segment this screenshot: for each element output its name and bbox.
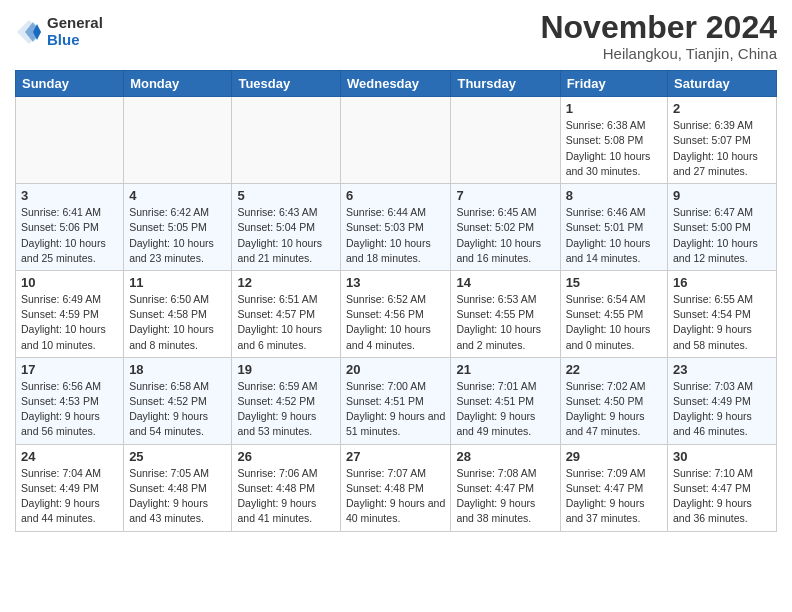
day-number: 10 — [21, 275, 118, 290]
day-number: 26 — [237, 449, 335, 464]
calendar-cell: 13Sunrise: 6:52 AM Sunset: 4:56 PM Dayli… — [341, 270, 451, 357]
day-info: Sunrise: 6:52 AM Sunset: 4:56 PM Dayligh… — [346, 292, 445, 353]
calendar-week-1: 1Sunrise: 6:38 AM Sunset: 5:08 PM Daylig… — [16, 97, 777, 184]
day-info: Sunrise: 6:41 AM Sunset: 5:06 PM Dayligh… — [21, 205, 118, 266]
day-number: 24 — [21, 449, 118, 464]
calendar-cell: 2Sunrise: 6:39 AM Sunset: 5:07 PM Daylig… — [668, 97, 777, 184]
day-number: 29 — [566, 449, 662, 464]
day-number: 11 — [129, 275, 226, 290]
day-number: 7 — [456, 188, 554, 203]
col-header-tuesday: Tuesday — [232, 71, 341, 97]
calendar-cell: 5Sunrise: 6:43 AM Sunset: 5:04 PM Daylig… — [232, 184, 341, 271]
day-number: 23 — [673, 362, 771, 377]
day-info: Sunrise: 6:45 AM Sunset: 5:02 PM Dayligh… — [456, 205, 554, 266]
calendar-cell: 20Sunrise: 7:00 AM Sunset: 4:51 PM Dayli… — [341, 357, 451, 444]
day-info: Sunrise: 7:02 AM Sunset: 4:50 PM Dayligh… — [566, 379, 662, 440]
day-info: Sunrise: 7:10 AM Sunset: 4:47 PM Dayligh… — [673, 466, 771, 527]
day-info: Sunrise: 7:07 AM Sunset: 4:48 PM Dayligh… — [346, 466, 445, 527]
day-number: 8 — [566, 188, 662, 203]
calendar-table: SundayMondayTuesdayWednesdayThursdayFrid… — [15, 70, 777, 531]
calendar-cell: 14Sunrise: 6:53 AM Sunset: 4:55 PM Dayli… — [451, 270, 560, 357]
logo: General Blue — [15, 15, 103, 48]
day-info: Sunrise: 6:39 AM Sunset: 5:07 PM Dayligh… — [673, 118, 771, 179]
day-info: Sunrise: 7:08 AM Sunset: 4:47 PM Dayligh… — [456, 466, 554, 527]
calendar-cell: 16Sunrise: 6:55 AM Sunset: 4:54 PM Dayli… — [668, 270, 777, 357]
day-info: Sunrise: 6:49 AM Sunset: 4:59 PM Dayligh… — [21, 292, 118, 353]
location: Heilangkou, Tianjin, China — [540, 45, 777, 62]
day-number: 2 — [673, 101, 771, 116]
calendar-cell: 30Sunrise: 7:10 AM Sunset: 4:47 PM Dayli… — [668, 444, 777, 531]
day-info: Sunrise: 6:50 AM Sunset: 4:58 PM Dayligh… — [129, 292, 226, 353]
col-header-saturday: Saturday — [668, 71, 777, 97]
logo-general-text: General — [47, 15, 103, 32]
title-block: November 2024 Heilangkou, Tianjin, China — [540, 10, 777, 62]
day-info: Sunrise: 6:47 AM Sunset: 5:00 PM Dayligh… — [673, 205, 771, 266]
day-number: 18 — [129, 362, 226, 377]
calendar-cell: 11Sunrise: 6:50 AM Sunset: 4:58 PM Dayli… — [124, 270, 232, 357]
day-info: Sunrise: 7:06 AM Sunset: 4:48 PM Dayligh… — [237, 466, 335, 527]
col-header-wednesday: Wednesday — [341, 71, 451, 97]
day-info: Sunrise: 6:53 AM Sunset: 4:55 PM Dayligh… — [456, 292, 554, 353]
day-number: 17 — [21, 362, 118, 377]
calendar-cell: 27Sunrise: 7:07 AM Sunset: 4:48 PM Dayli… — [341, 444, 451, 531]
day-number: 28 — [456, 449, 554, 464]
calendar-cell: 3Sunrise: 6:41 AM Sunset: 5:06 PM Daylig… — [16, 184, 124, 271]
logo-icon — [15, 18, 43, 46]
month-title: November 2024 — [540, 10, 777, 45]
day-info: Sunrise: 7:04 AM Sunset: 4:49 PM Dayligh… — [21, 466, 118, 527]
calendar-cell: 21Sunrise: 7:01 AM Sunset: 4:51 PM Dayli… — [451, 357, 560, 444]
calendar-cell: 15Sunrise: 6:54 AM Sunset: 4:55 PM Dayli… — [560, 270, 667, 357]
day-info: Sunrise: 7:09 AM Sunset: 4:47 PM Dayligh… — [566, 466, 662, 527]
calendar-cell: 8Sunrise: 6:46 AM Sunset: 5:01 PM Daylig… — [560, 184, 667, 271]
calendar-cell: 17Sunrise: 6:56 AM Sunset: 4:53 PM Dayli… — [16, 357, 124, 444]
calendar-cell: 9Sunrise: 6:47 AM Sunset: 5:00 PM Daylig… — [668, 184, 777, 271]
day-number: 27 — [346, 449, 445, 464]
calendar-cell — [341, 97, 451, 184]
day-number: 15 — [566, 275, 662, 290]
calendar-cell: 10Sunrise: 6:49 AM Sunset: 4:59 PM Dayli… — [16, 270, 124, 357]
calendar-week-3: 10Sunrise: 6:49 AM Sunset: 4:59 PM Dayli… — [16, 270, 777, 357]
day-number: 5 — [237, 188, 335, 203]
day-number: 19 — [237, 362, 335, 377]
day-number: 9 — [673, 188, 771, 203]
calendar-cell — [124, 97, 232, 184]
calendar-cell: 18Sunrise: 6:58 AM Sunset: 4:52 PM Dayli… — [124, 357, 232, 444]
day-info: Sunrise: 7:01 AM Sunset: 4:51 PM Dayligh… — [456, 379, 554, 440]
col-header-sunday: Sunday — [16, 71, 124, 97]
calendar-cell: 1Sunrise: 6:38 AM Sunset: 5:08 PM Daylig… — [560, 97, 667, 184]
calendar-cell: 25Sunrise: 7:05 AM Sunset: 4:48 PM Dayli… — [124, 444, 232, 531]
col-header-monday: Monday — [124, 71, 232, 97]
col-header-thursday: Thursday — [451, 71, 560, 97]
calendar-cell: 6Sunrise: 6:44 AM Sunset: 5:03 PM Daylig… — [341, 184, 451, 271]
day-info: Sunrise: 7:05 AM Sunset: 4:48 PM Dayligh… — [129, 466, 226, 527]
day-info: Sunrise: 6:55 AM Sunset: 4:54 PM Dayligh… — [673, 292, 771, 353]
day-info: Sunrise: 7:03 AM Sunset: 4:49 PM Dayligh… — [673, 379, 771, 440]
day-number: 1 — [566, 101, 662, 116]
day-number: 3 — [21, 188, 118, 203]
day-number: 14 — [456, 275, 554, 290]
calendar-cell: 4Sunrise: 6:42 AM Sunset: 5:05 PM Daylig… — [124, 184, 232, 271]
calendar-cell: 28Sunrise: 7:08 AM Sunset: 4:47 PM Dayli… — [451, 444, 560, 531]
day-info: Sunrise: 6:59 AM Sunset: 4:52 PM Dayligh… — [237, 379, 335, 440]
day-info: Sunrise: 6:38 AM Sunset: 5:08 PM Dayligh… — [566, 118, 662, 179]
day-info: Sunrise: 6:42 AM Sunset: 5:05 PM Dayligh… — [129, 205, 226, 266]
calendar-week-4: 17Sunrise: 6:56 AM Sunset: 4:53 PM Dayli… — [16, 357, 777, 444]
day-info: Sunrise: 7:00 AM Sunset: 4:51 PM Dayligh… — [346, 379, 445, 440]
calendar-cell: 7Sunrise: 6:45 AM Sunset: 5:02 PM Daylig… — [451, 184, 560, 271]
calendar-cell: 29Sunrise: 7:09 AM Sunset: 4:47 PM Dayli… — [560, 444, 667, 531]
calendar-week-5: 24Sunrise: 7:04 AM Sunset: 4:49 PM Dayli… — [16, 444, 777, 531]
col-header-friday: Friday — [560, 71, 667, 97]
calendar-cell — [16, 97, 124, 184]
day-number: 21 — [456, 362, 554, 377]
logo-blue-text: Blue — [47, 32, 103, 49]
day-number: 16 — [673, 275, 771, 290]
header: General Blue November 2024 Heilangkou, T… — [15, 10, 777, 62]
calendar-cell — [451, 97, 560, 184]
logo-text: General Blue — [47, 15, 103, 48]
calendar-cell: 26Sunrise: 7:06 AM Sunset: 4:48 PM Dayli… — [232, 444, 341, 531]
day-number: 22 — [566, 362, 662, 377]
day-info: Sunrise: 6:43 AM Sunset: 5:04 PM Dayligh… — [237, 205, 335, 266]
calendar-cell: 23Sunrise: 7:03 AM Sunset: 4:49 PM Dayli… — [668, 357, 777, 444]
page: General Blue November 2024 Heilangkou, T… — [0, 0, 792, 547]
day-info: Sunrise: 6:56 AM Sunset: 4:53 PM Dayligh… — [21, 379, 118, 440]
